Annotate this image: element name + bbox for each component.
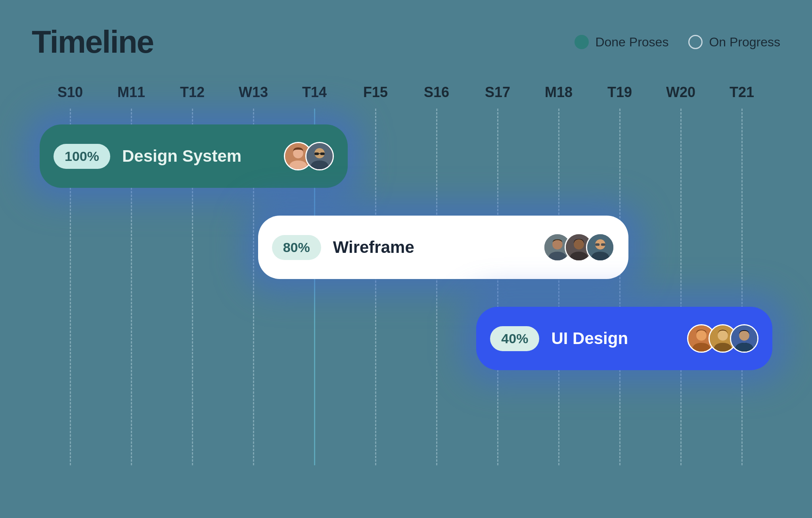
task-wireframe[interactable]: 80% Wireframe [258,216,628,279]
header: Timeline Done Proses On Progress [32,24,780,60]
svg-point-10 [574,239,584,250]
progress-dot-icon [688,35,703,49]
svg-point-16 [696,331,707,341]
page-title: Timeline [32,24,153,60]
svg-rect-4 [314,153,319,155]
col-label-s17: S17 [467,84,528,109]
svg-rect-14 [601,243,605,246]
col-label-m11: M11 [101,84,162,109]
task3-percentage: 40% [490,326,539,351]
svg-rect-5 [320,153,324,155]
task2-avatars [543,233,615,262]
task-ui-design[interactable]: 40% UI Design [476,307,772,370]
task1-avatars [284,142,334,170]
legend: Done Proses On Progress [575,35,780,50]
done-label: Done Proses [595,35,668,50]
task1-percentage: 100% [54,144,110,169]
task2-bar: 80% Wireframe [258,216,628,279]
task3-avatars [687,324,758,353]
col-label-w13: W13 [223,84,284,109]
progress-label: On Progress [709,35,780,50]
col-label-t14: T14 [284,84,345,109]
col-label-m18: M18 [528,84,589,109]
page: Timeline Done Proses On Progress S10 M11… [0,0,812,518]
column-labels: S10 M11 T12 W13 T14 F15 S16 S17 M18 T19 … [32,84,780,109]
col-label-s16: S16 [406,84,467,109]
col-label-t21: T21 [711,84,772,109]
col-label-t19: T19 [589,84,650,109]
col-label-t12: T12 [162,84,223,109]
tasks-area: 100% Design System [32,109,780,465]
task1-name: Design System [122,147,272,166]
task-design-system[interactable]: 100% Design System [40,124,348,188]
avatar-5 [586,233,615,262]
task2-percentage: 80% [272,235,321,260]
svg-point-20 [739,331,749,341]
timeline-container: S10 M11 T12 W13 T14 F15 S16 S17 M18 T19 … [32,84,780,500]
legend-done: Done Proses [575,35,668,50]
task2-name: Wireframe [333,238,531,257]
timeline-body: 100% Design System [32,109,780,465]
task1-bar: 100% Design System [40,124,348,188]
task3-bar: 40% UI Design [476,307,772,370]
avatar-8 [730,324,758,353]
avatar-2 [305,142,334,170]
col-label-w20: W20 [650,84,711,109]
legend-progress: On Progress [688,35,780,50]
col-label-s10: S10 [40,84,101,109]
svg-rect-13 [595,243,599,246]
done-dot-icon [575,35,589,49]
svg-point-18 [718,331,728,341]
col-label-f15: F15 [345,84,406,109]
task3-name: UI Design [551,329,675,348]
